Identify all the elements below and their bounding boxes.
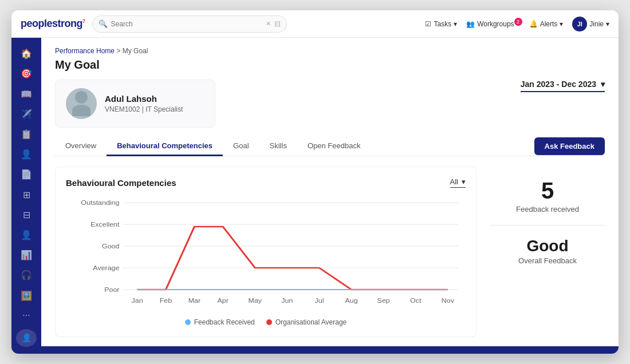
profile-name: Adul Lahsoh [105,94,183,104]
profile-avatar [66,88,97,119]
legend-dot-blue [185,319,191,325]
chart-wrap: Outstanding Excellent Good Average Poor … [66,197,466,311]
breadcrumb: Performance Home > My Goal [55,47,605,55]
logo: peoplestrong7 [21,18,85,30]
date-range-picker[interactable]: Jan 2023 - Dec 2023 ▾ [521,80,605,92]
chart-header: Behavioural Competencies All ▾ [66,177,466,188]
sidebar-item-plane[interactable]: ✈️ [16,105,37,123]
chart-filter-label: All [450,177,458,186]
sidebar-item-people[interactable]: 👤 [16,226,37,244]
svg-text:Feb: Feb [160,298,172,304]
sidebar-item-target[interactable]: 🎯 [16,65,37,82]
stats-divider [490,225,605,225]
breadcrumb-separator: > [116,47,122,55]
sidebar-item-grid2[interactable]: ⊟ [16,206,37,224]
chevron-down-icon: ▾ [462,177,466,186]
avatar-person [72,91,90,116]
overall-rating-label: Overall Feedback [518,256,577,265]
overall-rating-block: Good Overall Feedback [518,237,577,265]
sidebar: 🏠 🎯 📖 ✈️ 📋 👤 📄 ⊞ ⊟ 👤 📊 🎧 🖼️ ··· 👤 [11,38,41,354]
chart-title: Behavioural Competencies [66,178,176,188]
app-window: peoplestrong7 🔍 ✕ ⊟ ☑ Tasks ▾ 👥 Workgrou… [11,10,619,354]
sidebar-item-book[interactable]: 📖 [16,85,37,102]
svg-text:Nov: Nov [442,298,455,304]
feedback-count: 5 [516,178,579,204]
topbar-right: ☑ Tasks ▾ 👥 Workgroups 2 ▾ 🔔 Alerts ▾ JI… [425,17,609,31]
svg-text:Mar: Mar [188,298,201,304]
chart-card: Behavioural Competencies All ▾ [55,167,477,337]
workgroups-btn[interactable]: 👥 Workgroups 2 ▾ [466,20,519,28]
workgroups-icon: 👥 [466,20,475,28]
topbar: peoplestrong7 🔍 ✕ ⊟ ☑ Tasks ▾ 👥 Workgrou… [11,10,619,38]
svg-text:Average: Average [93,265,119,271]
svg-text:Poor: Poor [104,287,120,293]
page-title: My Goal [55,58,605,72]
svg-text:Good: Good [102,243,119,250]
legend-feedback-received: Feedback Received [185,318,255,326]
svg-text:Aug: Aug [345,298,357,304]
svg-text:Outstanding: Outstanding [81,200,119,206]
tabs-bar: Overview Behavioural Competencies Goal S… [55,137,605,156]
sidebar-item-home[interactable]: 🏠 [16,45,37,62]
sidebar-item-grid1[interactable]: ⊞ [16,185,37,203]
user-avatar: JI [572,17,587,31]
chart-filter[interactable]: All ▾ [450,177,466,188]
sidebar-item-clipboard[interactable]: 📋 [16,125,37,143]
chevron-down-icon: ▾ [454,20,457,28]
chevron-down-icon: ▾ [606,20,609,28]
workgroups-badge: 2 [514,18,522,26]
right-panel: 5 Feedback received Good Overall Feedbac… [490,167,605,337]
chevron-down-icon: ▾ [601,80,605,89]
alerts-btn[interactable]: 🔔 Alerts ▾ [529,20,564,28]
filter-icon[interactable]: ⊟ [274,19,281,28]
tab-open-feedback[interactable]: Open Feedback [297,137,371,156]
sidebar-item-headset[interactable]: 🎧 [16,266,37,284]
breadcrumb-parent[interactable]: Performance Home [55,47,115,55]
sidebar-item-person[interactable]: 👤 [16,145,37,163]
legend-org-average: Organisational Average [266,318,347,326]
svg-text:Sep: Sep [377,298,390,304]
main-layout: 🏠 🎯 📖 ✈️ 📋 👤 📄 ⊞ ⊟ 👤 📊 🎧 🖼️ ··· 👤 Perfor… [11,38,619,354]
user-menu-btn[interactable]: JI Jinie ▾ [572,17,609,31]
body-section: Behavioural Competencies All ▾ [55,167,605,337]
content-area: Performance Home > My Goal My Goal [41,38,619,354]
bottom-bar: Ask Feedback [41,346,619,354]
tab-behavioural[interactable]: Behavioural Competencies [107,137,223,156]
sidebar-item-document[interactable]: 📄 [16,165,37,183]
tab-goal[interactable]: Goal [223,137,259,156]
chart-legend: Feedback Received Organisational Average [66,318,466,326]
feedback-count-block: 5 Feedback received [516,178,579,213]
search-icon: 🔍 [99,19,108,28]
search-input[interactable] [111,20,262,28]
bell-icon: 🔔 [529,20,538,28]
clear-icon[interactable]: ✕ [266,20,271,27]
tasks-btn[interactable]: ☑ Tasks ▾ [425,20,457,28]
tab-overview[interactable]: Overview [55,137,107,156]
profile-meta: VNEM1002 | IT Specialist [105,105,183,113]
svg-text:Jul: Jul [315,298,324,304]
date-range-label: Jan 2023 - Dec 2023 [521,80,596,89]
profile-info: Adul Lahsoh VNEM1002 | IT Specialist [105,94,183,113]
sidebar-item-chart[interactable]: 📊 [16,246,37,264]
breadcrumb-current: My Goal [123,47,148,55]
avatar-head [75,91,88,104]
sidebar-item-image[interactable]: 🖼️ [16,286,37,304]
svg-text:Oct: Oct [410,298,422,304]
chart-svg: Outstanding Excellent Good Average Poor … [66,197,466,311]
svg-text:Jan: Jan [132,298,143,304]
profile-card: Adul Lahsoh VNEM1002 | IT Specialist [55,80,215,128]
sidebar-item-profile[interactable]: 👤 [16,329,37,347]
chevron-down-icon: ▾ [560,20,563,28]
tab-skills[interactable]: Skills [259,137,297,156]
sidebar-item-more[interactable]: ··· [16,307,37,325]
tasks-icon: ☑ [425,20,431,28]
svg-text:Apr: Apr [218,298,229,304]
ask-feedback-button[interactable]: Ask Feedback [534,137,605,155]
search-bar[interactable]: 🔍 ✕ ⊟ [92,15,287,33]
header-row: Adul Lahsoh VNEM1002 | IT Specialist Jan… [55,80,605,128]
legend-dot-red [266,319,272,325]
overall-rating: Good [518,237,577,255]
svg-text:May: May [249,298,262,304]
svg-text:Jun: Jun [281,298,293,304]
svg-text:Excellent: Excellent [90,221,120,228]
